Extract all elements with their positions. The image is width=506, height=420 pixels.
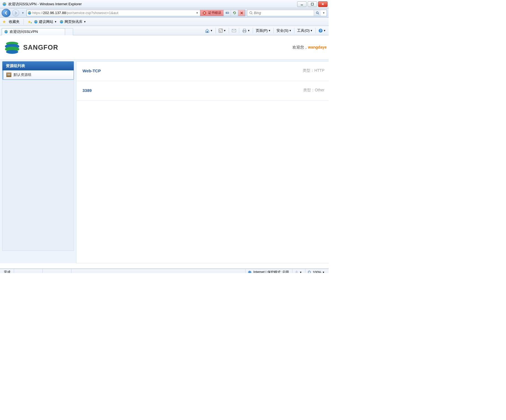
internet-zone-icon [248, 270, 252, 273]
help-icon: ? [318, 28, 323, 33]
svg-point-8 [316, 12, 318, 14]
tab-favicon-icon [4, 30, 8, 34]
resource-type: 类型：HTTP [303, 68, 324, 73]
svg-rect-18 [243, 31, 246, 33]
home-icon [205, 28, 210, 33]
ie-small-icon [34, 20, 38, 24]
resource-list: Web-TCP 类型：HTTP 3389 类型：Other [76, 61, 329, 263]
nav-history-dropdown[interactable]: ▼ [21, 12, 25, 14]
navigation-bar: ▼ https://202.96.137.88/por/service.csp?… [0, 8, 329, 18]
page-menu[interactable]: 页面(P) ▼ [255, 28, 272, 34]
refresh-icon [233, 11, 236, 15]
svg-point-11 [4, 30, 8, 33]
resource-row[interactable]: 3389 类型：Other [76, 81, 329, 101]
svg-point-9 [34, 20, 38, 23]
resource-row[interactable]: Web-TCP 类型：HTTP [76, 62, 329, 81]
svg-rect-17 [243, 29, 246, 30]
resource-name: 3389 [82, 88, 92, 93]
home-button[interactable]: ▼ [204, 28, 214, 33]
print-button[interactable]: ▼ [241, 28, 251, 33]
lock-dim-icon [295, 270, 299, 273]
brand-text: SANGFOR [23, 44, 58, 51]
forward-button[interactable] [12, 9, 19, 17]
svg-point-7 [250, 12, 252, 14]
app-header: SANGFOR 欢迎您，wangdaye [0, 35, 329, 60]
favorites-star-icon[interactable]: ★ [2, 19, 6, 24]
new-tab-button[interactable] [65, 28, 73, 35]
status-bar: 完成 Internet | 保护模式: 启用 ▼ 100% ▼ [0, 269, 329, 273]
tools-menu[interactable]: 工具(O) ▼ [296, 28, 314, 34]
favorites-label[interactable]: 收藏夹 [9, 19, 20, 24]
svg-point-27 [308, 271, 310, 273]
help-button[interactable]: ? ▼ [317, 28, 327, 33]
web-slice-menu[interactable]: 网页快讯库 ▼ [60, 19, 86, 24]
add-to-favorites-button[interactable]: ★+ [28, 20, 31, 24]
shield-error-icon [203, 11, 206, 15]
horizontal-scroll[interactable]: SANGFOR 欢迎您，wangdaye 资源组列表 默认资源组 [0, 35, 329, 269]
svg-rect-12 [207, 31, 208, 33]
welcome-text: 欢迎您，wangdaye [292, 45, 327, 50]
protected-mode-indicator[interactable]: ▼ [292, 269, 304, 273]
safety-menu[interactable]: 安全(S) ▼ [275, 28, 292, 34]
page-favicon-icon [27, 11, 32, 15]
resource-name: Web-TCP [82, 68, 101, 73]
sidebar-title: 资源组列表 [2, 62, 74, 70]
compat-view-button[interactable] [223, 10, 231, 16]
suggested-sites-menu[interactable]: 建议网站 ▼ [34, 19, 57, 24]
window-titlebar: 欢迎访问SSLVPN - Windows Internet Explorer [0, 0, 329, 8]
address-url: https://202.96.137.88/por/service.csp?sh… [32, 11, 194, 15]
zoom-value: 100% [313, 270, 321, 273]
window-maximize-button[interactable] [308, 1, 317, 7]
ie-logo-icon [2, 2, 7, 6]
zoom-icon [308, 270, 311, 273]
stop-icon [240, 11, 243, 15]
favorites-bar: ★ 收藏夹 ★+ 建议网站 ▼ 网页快讯库 ▼ [0, 18, 329, 26]
address-dropdown[interactable]: ▼ [194, 12, 200, 14]
svg-rect-26 [295, 272, 298, 273]
command-bar: 欢迎访问SSLVPN ▼ ▼ ▼ 页面(P) ▼ 安全(S) ▼ 工具(O) ▼… [0, 26, 329, 35]
page-viewport: SANGFOR 欢迎您，wangdaye 资源组列表 默认资源组 [0, 35, 329, 269]
search-icon [248, 11, 254, 15]
feeds-button[interactable]: ▼ [217, 28, 227, 33]
address-bar[interactable]: https://202.96.137.88/por/service.csp?sh… [26, 10, 245, 16]
search-go-button[interactable] [314, 10, 321, 16]
compat-view-icon [225, 11, 229, 15]
sidebar-item-label: 默认资源组 [14, 72, 31, 77]
search-provider-dropdown[interactable]: ▼ [321, 12, 327, 14]
read-mail-button[interactable] [231, 28, 237, 33]
ie-small-icon [60, 20, 63, 24]
certificate-error-label: 证书错误 [208, 10, 221, 15]
refresh-button[interactable] [231, 10, 238, 16]
resource-type: 类型：Other [303, 88, 324, 93]
username: wangdaye [308, 45, 327, 49]
browser-tab[interactable]: 欢迎访问SSLVPN [2, 28, 65, 35]
status-text: 完成 [2, 269, 13, 273]
zone-label: Internet | 保护模式: 启用 [253, 270, 289, 273]
search-input[interactable] [254, 11, 314, 15]
search-box[interactable]: ▼ [247, 10, 327, 16]
tab-title: 欢迎访问SSLVPN [10, 29, 38, 34]
security-zone[interactable]: Internet | 保护模式: 启用 [245, 269, 291, 273]
search-go-icon [316, 11, 319, 15]
window-minimize-button[interactable] [297, 1, 307, 7]
rss-icon [219, 28, 223, 33]
add-favorites-icon: ★+ [28, 20, 31, 24]
window-title: 欢迎访问SSLVPN - Windows Internet Explorer [8, 2, 82, 7]
mail-icon [232, 29, 236, 33]
sidebar: 资源组列表 默认资源组 [2, 61, 74, 263]
svg-text:?: ? [320, 29, 322, 32]
svg-rect-1 [301, 5, 303, 5]
svg-rect-6 [226, 12, 227, 13]
print-icon [242, 28, 247, 33]
stop-button[interactable] [238, 10, 245, 16]
window-close-button[interactable] [318, 1, 327, 7]
zoom-control[interactable]: 100% ▼ [305, 269, 327, 273]
svg-point-24 [6, 50, 18, 54]
sangfor-logo-icon [4, 40, 20, 55]
back-button[interactable] [2, 9, 10, 17]
certificate-error-badge[interactable]: 证书错误 [200, 10, 223, 16]
svg-point-10 [60, 20, 63, 23]
svg-point-14 [219, 31, 220, 32]
resource-group-icon [6, 73, 11, 77]
sidebar-item-default-group[interactable]: 默认资源组 [2, 70, 74, 79]
